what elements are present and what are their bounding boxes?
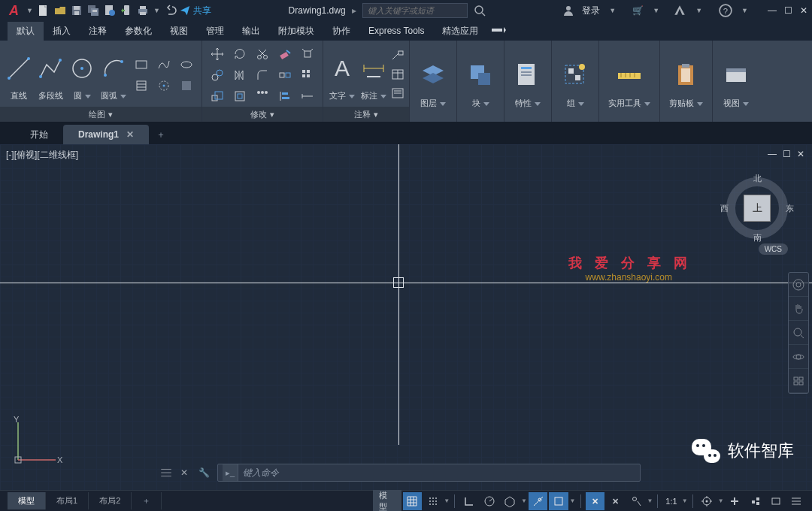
- tab-annotate[interactable]: 注释: [80, 22, 116, 41]
- tab-default[interactable]: 默认: [8, 22, 44, 41]
- trim-icon[interactable]: [252, 44, 273, 64]
- login-button[interactable]: 登录: [582, 5, 600, 17]
- quickprops-icon[interactable]: [726, 492, 744, 510]
- share-button[interactable]: 共享: [180, 5, 211, 17]
- leader-icon[interactable]: [391, 49, 404, 65]
- offset-icon[interactable]: [229, 86, 250, 106]
- orbit-icon[interactable]: [789, 345, 808, 369]
- ribbon-minimize[interactable]: [487, 23, 508, 39]
- save-icon[interactable]: [69, 3, 84, 18]
- qat-caret[interactable]: ▼: [153, 7, 160, 14]
- cart-icon[interactable]: 🛒: [632, 5, 644, 16]
- drawing-viewport[interactable]: [-][俯视][二维线框] — ☐ ✕ 我 爱 分 享 网 www.zhansh…: [0, 144, 812, 490]
- move-icon[interactable]: [207, 44, 228, 64]
- ellipse-icon[interactable]: [176, 55, 197, 74]
- fillet-icon[interactable]: [252, 65, 273, 85]
- arc-button[interactable]: 圆弧: [99, 48, 128, 103]
- search-icon[interactable]: [474, 5, 486, 17]
- otrack-icon[interactable]: [549, 492, 568, 510]
- table-icon[interactable]: [391, 68, 404, 83]
- transparency-icon[interactable]: ✕: [606, 492, 625, 510]
- autodesk-icon[interactable]: [673, 4, 686, 17]
- cmd-customize-icon[interactable]: 🔧: [198, 467, 210, 478]
- explode-icon[interactable]: [297, 44, 318, 64]
- stretch-icon[interactable]: [274, 65, 295, 85]
- cleanscreen-icon[interactable]: [787, 492, 806, 510]
- text-button[interactable]: A文字: [328, 48, 356, 103]
- command-input[interactable]: ▸_ 键入命令: [217, 464, 641, 482]
- isodraft-icon[interactable]: [501, 492, 520, 510]
- search-box[interactable]: [362, 3, 468, 18]
- viewcube[interactable]: 北 南 西 东 上: [723, 174, 791, 242]
- status-model[interactable]: 模型: [373, 490, 401, 512]
- vp-minimize[interactable]: —: [768, 149, 777, 159]
- array-icon[interactable]: [297, 65, 318, 85]
- vp-close[interactable]: ✕: [797, 149, 804, 159]
- maximize-button[interactable]: ☐: [784, 5, 792, 16]
- panel-label-modify[interactable]: 修改 ▾: [202, 107, 323, 122]
- open-icon[interactable]: [53, 3, 68, 18]
- region-icon[interactable]: [176, 76, 197, 95]
- web-icon[interactable]: [102, 3, 117, 18]
- layout-tab-2[interactable]: 布局2: [89, 492, 132, 509]
- showmotion-icon[interactable]: [789, 369, 808, 393]
- layout-tab-1[interactable]: 布局1: [46, 492, 89, 509]
- tab-manage[interactable]: 管理: [197, 22, 233, 41]
- circle-button[interactable]: 圆: [68, 48, 96, 103]
- new-icon[interactable]: [36, 3, 51, 18]
- viewport-label[interactable]: [-][俯视][二维线框]: [6, 149, 78, 162]
- panel-blocks[interactable]: 块: [457, 41, 504, 122]
- polar-icon[interactable]: [480, 492, 498, 510]
- viewcube-top[interactable]: 上: [744, 195, 771, 222]
- snap-mode-icon[interactable]: [423, 492, 442, 510]
- line-button[interactable]: 直线: [5, 48, 33, 103]
- tab-featured[interactable]: 精选应用: [433, 22, 487, 41]
- steering-wheel-icon[interactable]: [789, 273, 808, 297]
- lineweight-icon[interactable]: ✕: [586, 492, 604, 510]
- plot-to-mobile-icon[interactable]: [119, 3, 134, 18]
- osnap-icon[interactable]: [529, 492, 547, 510]
- zoom-extents-icon[interactable]: [789, 321, 808, 345]
- panel-clipboard[interactable]: 剪贴板: [660, 41, 713, 122]
- lengthen-icon[interactable]: [297, 86, 318, 106]
- align-icon[interactable]: [274, 86, 295, 106]
- cmd-history-icon[interactable]: [159, 466, 173, 479]
- rotate-icon[interactable]: [229, 44, 250, 64]
- user-icon[interactable]: [562, 5, 574, 17]
- annotation-scale[interactable]: 1:1: [662, 497, 680, 506]
- help-icon[interactable]: ?: [719, 4, 732, 17]
- polyline-button[interactable]: 多段线: [36, 48, 65, 103]
- app-logo[interactable]: A: [5, 3, 23, 19]
- mtext-icon[interactable]: [391, 86, 404, 102]
- ortho-icon[interactable]: [459, 492, 478, 510]
- mirror-icon[interactable]: [229, 65, 250, 85]
- spline-icon[interactable]: [153, 55, 174, 74]
- panel-groups[interactable]: 组: [552, 41, 599, 122]
- vp-maximize[interactable]: ☐: [783, 149, 791, 159]
- panel-label-annot[interactable]: 注释 ▾: [323, 107, 409, 122]
- arraypath-icon[interactable]: [252, 86, 273, 106]
- file-tab-add[interactable]: ＋: [149, 125, 173, 144]
- file-tab-drawing1[interactable]: Drawing1✕: [63, 125, 149, 144]
- tab-insert[interactable]: 插入: [44, 22, 80, 41]
- tab-express[interactable]: Express Tools: [359, 23, 433, 39]
- dynmode-icon[interactable]: [626, 492, 645, 510]
- file-tab-start[interactable]: 开始: [15, 125, 63, 144]
- hatch-icon[interactable]: [131, 76, 152, 95]
- tab-output[interactable]: 输出: [233, 22, 269, 41]
- grid-toggle-icon[interactable]: [403, 492, 422, 510]
- dim-button[interactable]: 标注: [359, 48, 388, 103]
- wcs-tag[interactable]: WCS: [759, 243, 788, 255]
- layout-tab-add[interactable]: ＋: [132, 492, 162, 509]
- panel-properties[interactable]: 特性: [504, 41, 552, 122]
- panel-layers[interactable]: 图层: [410, 41, 457, 122]
- filename-caret[interactable]: ▸: [352, 5, 356, 16]
- close-tab-icon[interactable]: ✕: [126, 129, 134, 140]
- tab-parametric[interactable]: 参数化: [116, 22, 161, 41]
- cmd-close-icon[interactable]: ✕: [180, 467, 188, 478]
- undo-icon[interactable]: [163, 3, 178, 18]
- print-icon[interactable]: [135, 3, 150, 18]
- minimize-button[interactable]: —: [768, 5, 777, 16]
- workspace-icon[interactable]: [698, 492, 717, 510]
- saveas-icon[interactable]: [86, 3, 101, 18]
